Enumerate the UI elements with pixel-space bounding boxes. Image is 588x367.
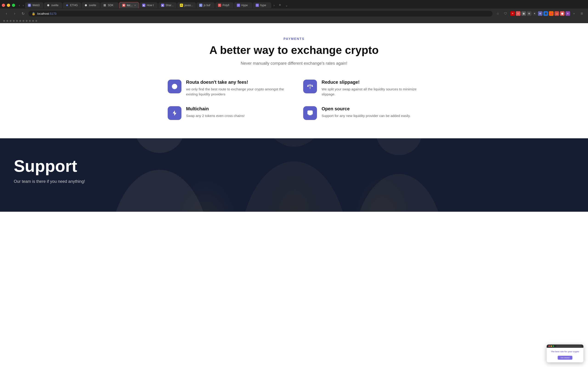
section-title: A better way to exchange crypto [161, 44, 427, 56]
svg-point-2 [47, 4, 49, 6]
browser-chrome: ‹ › Web3 svelte ETHG [0, 0, 588, 23]
ext-icon-5[interactable]: K [532, 11, 537, 16]
ext-icon-6[interactable]: ⊠ [538, 11, 543, 16]
page-content: PAYMENTS A better way to exchange crypto… [0, 23, 588, 212]
tab-favicon-polyfill: ✦ [218, 4, 221, 7]
tab-label: svelte [89, 4, 96, 7]
tab-javascript[interactable]: JS javas... [177, 2, 196, 8]
nav-controls: ‹ › ↻ [3, 10, 26, 17]
tab-bar: Web3 svelte ETHG svelte [25, 2, 586, 8]
tab-forward-button[interactable]: › [21, 2, 25, 8]
support-title: Support [14, 157, 85, 175]
tab-hype2[interactable]: H hype [253, 2, 271, 8]
tab-favicon-sdk [103, 4, 106, 7]
bookmark-bar [0, 19, 588, 23]
tab-label: loc... [127, 4, 132, 7]
security-icon: 🔒 [32, 12, 35, 15]
ext-icon-3[interactable]: ▦ [521, 11, 526, 16]
tab-sdk[interactable]: SDK [100, 2, 119, 8]
tab-svelte2[interactable]: svelte [82, 2, 100, 8]
refresh-button[interactable]: ↻ [20, 10, 26, 17]
support-subtitle: Our team is there if you need anything! [14, 179, 85, 184]
tab-favicon-ethg [65, 4, 69, 7]
bookmark-button[interactable]: ☆ [495, 10, 501, 17]
ext-icon-9[interactable]: 🦊 [554, 11, 559, 16]
tab-favicon-web3 [28, 4, 31, 7]
bookmark-dot[interactable] [19, 20, 21, 22]
ext-icon-4[interactable]: ⊞ [527, 11, 531, 16]
section-label: PAYMENTS [161, 37, 427, 41]
tab-how[interactable]: How t [139, 2, 158, 8]
address-bar: ‹ › ↻ 🔒 localhost:5173 ☆ 🛡 R U ▦ ⊞ K ⊠ ⬛… [0, 8, 588, 19]
tab-close-button[interactable]: ✕ [134, 4, 136, 7]
bookmark-dot[interactable] [10, 20, 11, 22]
svg-marker-3 [66, 4, 68, 6]
svg-point-23 [267, 138, 321, 147]
feature-icon-globe [168, 80, 182, 93]
tab-label: ETHG [70, 4, 78, 7]
svg-point-21 [134, 138, 185, 153]
url-port: :5173 [49, 12, 57, 15]
bookmark-dot[interactable] [26, 20, 27, 22]
close-button[interactable] [2, 4, 5, 7]
bookmark-dot[interactable] [13, 20, 15, 22]
features-grid: Routa doesn't take any fees! we only fin… [168, 80, 420, 120]
svg-point-25 [376, 138, 422, 155]
tab-favicon-localhost [122, 4, 125, 7]
traffic-lights [2, 4, 15, 7]
tab-hype1[interactable]: H Hype [234, 2, 252, 8]
feature-multichain: Multichain Swap any 2 tokens even cross … [168, 106, 285, 120]
maximize-button[interactable] [12, 4, 15, 7]
feature-text-no-fees: Routa doesn't take any fees! we only fin… [186, 80, 285, 97]
url-text: localhost:5173 [37, 12, 57, 15]
feature-desc-multichain: Swap any 2 tokens even cross chains! [186, 113, 245, 119]
tab-label: How t [147, 4, 154, 7]
menu-button[interactable]: ≡ [579, 10, 585, 17]
new-tab-button[interactable]: + [277, 2, 283, 8]
svg-rect-6 [123, 5, 124, 6]
tab-overflow-button[interactable]: › [272, 2, 277, 8]
tab-localhost[interactable]: loc... ✕ [119, 2, 139, 8]
payments-section: PAYMENTS A better way to exchange crypto… [156, 23, 432, 138]
tab-label: SDK [108, 4, 113, 7]
feature-desc-reduce-slippage: We split your swap against all the liqui… [321, 87, 420, 97]
tab-favicon-how [142, 4, 145, 7]
svg-rect-5 [104, 4, 106, 6]
feature-icon-chat [303, 106, 317, 120]
ext-icon-7[interactable]: ⬛ [544, 11, 548, 16]
svg-rect-17 [308, 110, 313, 114]
bookmark-dot[interactable] [32, 20, 34, 22]
bookmark-dot[interactable] [6, 20, 8, 22]
svg-point-24 [353, 174, 445, 212]
minimize-button[interactable] [7, 4, 10, 7]
tab-svelte1[interactable]: svelte [44, 2, 62, 8]
tab-ethg[interactable]: ETHG [63, 2, 81, 8]
tab-list-button[interactable]: ⌄ [284, 2, 290, 8]
forward-button[interactable]: › [11, 10, 18, 17]
bookmark-dot[interactable] [29, 20, 31, 22]
tab-back-button[interactable]: ‹ [17, 2, 21, 8]
ext-icon-8[interactable]: 🔴 [549, 11, 553, 16]
extensions-overflow-button[interactable]: » [571, 10, 577, 17]
url-bar[interactable]: 🔒 localhost:5173 [28, 11, 493, 17]
bookmark-dot[interactable] [35, 20, 37, 22]
back-button[interactable]: ‹ [3, 10, 10, 17]
bookmark-dot[interactable] [23, 20, 24, 22]
bookmark-dot[interactable] [16, 20, 18, 22]
ext-icon-2[interactable]: U [516, 11, 520, 16]
tab-jsbuf[interactable]: ● js buf [196, 2, 215, 8]
feature-no-fees: Routa doesn't take any fees! we only fin… [168, 80, 285, 97]
tab-web3[interactable]: Web3 [25, 2, 43, 8]
tab-polyfill[interactable]: ✦ Polyfi [215, 2, 233, 8]
bookmark-dot[interactable] [3, 20, 5, 22]
svg-point-4 [85, 4, 87, 6]
section-subtitle: Never manually compare different exchang… [161, 61, 427, 66]
support-section: Support Our team is there if you need an… [0, 138, 588, 212]
shield-button[interactable]: 🛡 [502, 10, 509, 17]
feature-title-no-fees: Routa doesn't take any fees! [186, 80, 285, 85]
tab-shared[interactable]: Shar... [158, 2, 177, 8]
ext-icon-10[interactable]: ⬤ [560, 11, 565, 16]
ext-icon-11[interactable]: ⊛ [565, 11, 570, 16]
svg-marker-8 [162, 4, 163, 6]
ext-icon-1[interactable]: R [510, 11, 515, 16]
